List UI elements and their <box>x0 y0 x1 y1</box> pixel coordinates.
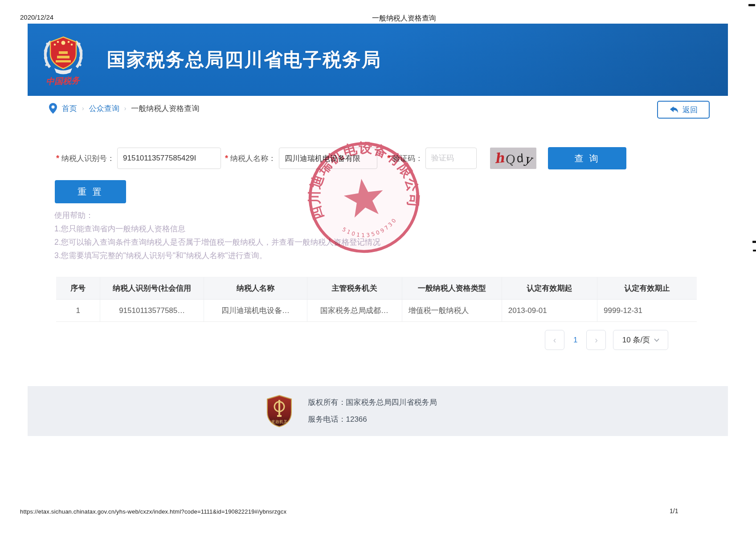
footer-copyright: 版权所有：国家税务总局四川省税务局 <box>308 394 437 411</box>
badge-label: 党政机关 <box>271 420 287 424</box>
required-mark: * <box>225 154 228 163</box>
breadcrumb-current: 一般纳税人资格查询 <box>131 103 199 114</box>
breadcrumb-public-query[interactable]: 公众查询 <box>89 103 119 114</box>
back-arrow-icon <box>669 105 679 114</box>
captcha-label: 验证码： <box>392 153 423 164</box>
scan-artifact <box>748 4 755 6</box>
cell-taxpayer-name: 四川迪瑞机电设备… <box>204 300 307 321</box>
footer-phone: 服务电话：12366 <box>308 411 437 428</box>
footer-text: 版权所有：国家税务总局四川省税务局 服务电话：12366 <box>308 394 437 428</box>
help-line-3: 3.您需要填写完整的"纳税人识别号"和"纳税人名称"进行查询。 <box>54 249 380 262</box>
help-line-2: 2.您可以输入查询条件查询纳税人是否属于增值税一般纳税人，并查看一般纳税人资格登… <box>54 235 380 249</box>
results-table: 序号 纳税人识别号(社会信用 纳税人名称 主管税务机关 一般纳税人资格类型 认定… <box>56 277 697 322</box>
scan-artifact <box>752 241 756 243</box>
breadcrumb-separator-icon: › <box>124 105 127 112</box>
cell-valid-to: 9999-12-31 <box>597 300 697 321</box>
page-size-select[interactable]: 10 条/页 <box>613 330 668 350</box>
print-date: 2020/12/24 <box>20 13 53 21</box>
captcha-char: h <box>494 151 505 165</box>
print-page-number: 1/1 <box>670 507 678 514</box>
site-banner: 中国税务 国家税务总局四川省电子税务局 <box>28 24 728 96</box>
header-valid-to: 认定有效期止 <box>597 277 697 299</box>
back-button[interactable]: 返回 <box>657 101 710 119</box>
header-valid-from: 认定有效期起 <box>502 277 597 299</box>
captcha-image[interactable]: h Q d y <box>490 148 536 169</box>
cell-seq: 1 <box>56 300 100 321</box>
site-title: 国家税务总局四川省电子税务局 <box>107 47 381 72</box>
required-mark: * <box>56 154 59 163</box>
help-title: 使用帮助： <box>54 209 380 222</box>
next-page-button[interactable]: › <box>586 330 606 350</box>
table-row: 1 91510113577585… 四川迪瑞机电设备… 国家税务总局成都… 增值… <box>56 300 697 322</box>
captcha-char: y <box>524 153 533 166</box>
page-number[interactable]: 1 <box>573 336 577 345</box>
breadcrumb-home[interactable]: 首页 <box>62 103 77 114</box>
taxpayer-name-label: 纳税人名称： <box>230 153 276 164</box>
header-taxpayer-id: 纳税人识别号(社会信用 <box>100 277 204 299</box>
footer-content: 党政机关 版权所有：国家税务总局四川省税务局 服务电话：12366 <box>266 394 437 428</box>
pagination: ‹ 1 › 10 条/页 <box>545 330 668 350</box>
page-footer: 党政机关 版权所有：国家税务总局四川省税务局 服务电话：12366 <box>28 386 728 436</box>
print-doc-title: 一般纳税人资格查询 <box>372 14 436 23</box>
taxpayer-name-input[interactable] <box>279 148 377 169</box>
print-url: https://etax.sichuan.chinatax.gov.cn/yhs… <box>20 508 286 515</box>
usage-help: 使用帮助： 1.您只能查询省内一般纳税人资格信息 2.您可以输入查询条件查询纳税… <box>54 209 380 262</box>
tax-emblem-icon <box>41 33 86 79</box>
required-mark: * <box>387 154 390 163</box>
table-header-row: 序号 纳税人识别号(社会信用 纳税人名称 主管税务机关 一般纳税人资格类型 认定… <box>56 277 697 300</box>
captcha-input[interactable] <box>425 148 477 169</box>
cell-valid-from: 2013-09-01 <box>502 300 597 321</box>
chevron-down-icon <box>654 338 659 342</box>
cell-qualification-type: 增值税一般纳税人 <box>402 300 502 321</box>
cell-taxpayer-id: 91510113577585… <box>100 300 204 321</box>
reset-button[interactable]: 重 置 <box>55 180 126 203</box>
cell-tax-authority: 国家税务总局成都… <box>307 300 402 321</box>
header-seq: 序号 <box>56 277 100 299</box>
captcha-char: Q <box>505 152 516 165</box>
breadcrumb: 首页 › 公众查询 › 一般纳税人资格查询 <box>49 103 199 114</box>
header-taxpayer-name: 纳税人名称 <box>204 277 307 299</box>
page: 2020/12/24 一般纳税人资格查询 <box>0 0 756 535</box>
query-button[interactable]: 查 询 <box>548 147 626 169</box>
header-tax-authority: 主管税务机关 <box>307 277 402 299</box>
captcha-char: d <box>516 152 524 165</box>
location-pin-icon <box>49 103 57 114</box>
header-qualification-type: 一般纳税人资格类型 <box>402 277 502 299</box>
scan-artifact <box>753 250 756 251</box>
prev-page-button[interactable]: ‹ <box>545 330 564 350</box>
logo-script: 中国税务 <box>33 74 93 88</box>
page-size-value: 10 条/页 <box>622 335 650 345</box>
taxpayer-id-label: 纳税人识别号： <box>61 153 114 164</box>
back-button-label: 返回 <box>682 105 698 115</box>
taxpayer-id-input[interactable] <box>117 148 221 169</box>
help-line-1: 1.您只能查询省内一般纳税人资格信息 <box>54 222 380 235</box>
government-badge-icon: 党政机关 <box>266 395 293 428</box>
breadcrumb-separator-icon: › <box>82 105 84 112</box>
query-form: * 纳税人识别号： * 纳税人名称： * 验证码： h Q d y 查 询 <box>56 147 626 169</box>
